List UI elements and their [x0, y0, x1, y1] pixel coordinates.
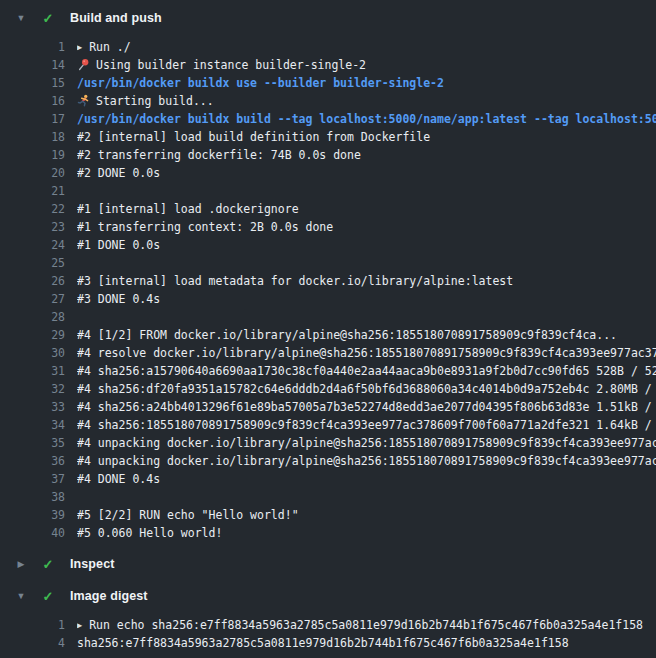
log-text: #4 unpacking docker.io/library/alpine@sh… [77, 434, 656, 452]
log-text: #2 transferring dockerfile: 74B 0.0s don… [77, 146, 656, 164]
log-line: 14Using builder instance builder-single-… [0, 56, 656, 74]
log-text: #4 DONE 0.4s [77, 470, 656, 488]
log-text: #4 sha256:a15790640a6690aa1730c38cf0a440… [77, 362, 656, 380]
line-number[interactable]: 20 [0, 164, 65, 182]
log-command-text: /usr/bin/docker buildx use --builder bui… [77, 74, 656, 92]
line-number[interactable]: 25 [0, 254, 65, 272]
log-text: #1 DONE 0.0s [77, 236, 656, 254]
line-number[interactable]: 16 [0, 92, 65, 110]
chevron-right-icon[interactable]: ▶ [14, 559, 28, 569]
log-text-content: #1 transferring context: 2B 0.0s done [77, 220, 333, 234]
log-text: ▶Run ./ [77, 38, 656, 56]
log-line: 28 [0, 308, 656, 326]
log-text: #4 sha256:a24bb4013296f61e89ba57005a7b3e… [77, 398, 656, 416]
line-number[interactable]: 32 [0, 380, 65, 398]
line-number[interactable]: 17 [0, 110, 65, 128]
log-line: 20#2 DONE 0.0s [0, 164, 656, 182]
log-line: 39#5 [2/2] RUN echo "Hello world!" [0, 506, 656, 524]
group-expand-icon[interactable]: ▶ [77, 616, 82, 634]
line-number[interactable]: 30 [0, 344, 65, 362]
log-text-content: #4 unpacking docker.io/library/alpine@sh… [77, 436, 656, 450]
log-text: #3 DONE 0.4s [77, 290, 656, 308]
log-line: 40#5 0.060 Hello world! [0, 524, 656, 542]
log-text-content: #4 sha256:a15790640a6690aa1730c38cf0a440… [77, 364, 656, 378]
step-header-inspect[interactable]: ▶✓Inspect [0, 554, 656, 574]
step-title: Build and push [70, 11, 162, 25]
line-number[interactable]: 33 [0, 398, 65, 416]
log-text: #4 sha256:df20fa9351a15782c64e6dddb2d4a6… [77, 380, 656, 398]
line-number[interactable]: 35 [0, 434, 65, 452]
log-line: 19#2 transferring dockerfile: 74B 0.0s d… [0, 146, 656, 164]
step-header-image-digest[interactable]: ▼✓Image digest [0, 586, 656, 606]
line-number[interactable]: 19 [0, 146, 65, 164]
log-text-content: Using builder instance builder-single-2 [96, 58, 366, 72]
line-number[interactable]: 39 [0, 506, 65, 524]
line-number[interactable]: 1 [0, 616, 65, 634]
line-number[interactable]: 1 [0, 38, 65, 56]
log-text-content: #4 resolve docker.io/library/alpine@sha2… [77, 346, 656, 360]
log-line: 36#4 unpacking docker.io/library/alpine@… [0, 452, 656, 470]
log-text: #1 [internal] load .dockerignore [77, 200, 656, 218]
line-number[interactable]: 18 [0, 128, 65, 146]
log-line: 29#4 [1/2] FROM docker.io/library/alpine… [0, 326, 656, 344]
log-line: 37#4 DONE 0.4s [0, 470, 656, 488]
check-success-icon: ✓ [40, 11, 56, 26]
log-text: Starting build... [77, 92, 656, 110]
log-line: 32#4 sha256:df20fa9351a15782c64e6dddb2d4… [0, 380, 656, 398]
log-text-content: /usr/bin/docker buildx use --builder bui… [77, 76, 444, 90]
log-text-content: #5 0.060 Hello world! [77, 526, 222, 540]
log-line: 35#4 unpacking docker.io/library/alpine@… [0, 434, 656, 452]
log-text [77, 308, 656, 326]
log-text: #4 [1/2] FROM docker.io/library/alpine@s… [77, 326, 656, 344]
log-text: #2 DONE 0.0s [77, 164, 656, 182]
line-number[interactable]: 15 [0, 74, 65, 92]
line-number[interactable]: 23 [0, 218, 65, 236]
step-section-image-digest: ▼✓Image digest1▶Run echo sha256:e7ff8834… [0, 586, 656, 652]
log-line: 31#4 sha256:a15790640a6690aa1730c38cf0a4… [0, 362, 656, 380]
chevron-down-icon[interactable]: ▼ [14, 591, 28, 601]
log-text-content: #5 [2/2] RUN echo "Hello world!" [77, 508, 299, 522]
log-text: #5 [2/2] RUN echo "Hello world!" [77, 506, 656, 524]
step-header-build-and-push[interactable]: ▼✓Build and push [0, 8, 656, 28]
log-line: 1▶Run ./ [0, 38, 656, 56]
log-text [77, 488, 656, 506]
line-number[interactable]: 22 [0, 200, 65, 218]
log-text-content: /usr/bin/docker buildx build --tag local… [77, 112, 656, 126]
line-number[interactable]: 21 [0, 182, 65, 200]
line-number[interactable]: 14 [0, 56, 65, 74]
log-text-content: #4 DONE 0.4s [77, 472, 160, 486]
log-text-content: #1 [internal] load .dockerignore [77, 202, 299, 216]
log-text-content: sha256:e7ff8834a5963a2785c5a0811e979d16b… [77, 636, 569, 650]
log-line: 23#1 transferring context: 2B 0.0s done [0, 218, 656, 236]
line-number[interactable]: 4 [0, 634, 65, 652]
log-line: 21 [0, 182, 656, 200]
log-text-content: #4 sha256:a24bb4013296f61e89ba57005a7b3e… [77, 400, 656, 414]
log-line: 22#1 [internal] load .dockerignore [0, 200, 656, 218]
log-text: #4 resolve docker.io/library/alpine@sha2… [77, 344, 656, 362]
log-text: #5 0.060 Hello world! [77, 524, 656, 542]
line-number[interactable]: 28 [0, 308, 65, 326]
log-text-content: #4 unpacking docker.io/library/alpine@sh… [77, 454, 656, 468]
line-number[interactable]: 36 [0, 452, 65, 470]
pushpin-icon [77, 58, 90, 71]
line-number[interactable]: 27 [0, 290, 65, 308]
line-number[interactable]: 31 [0, 362, 65, 380]
log-text-content: #4 sha256:185518070891758909c9f839cf4ca3… [77, 418, 656, 432]
log-text-content: #1 DONE 0.0s [77, 238, 160, 252]
line-number[interactable]: 34 [0, 416, 65, 434]
line-number[interactable]: 37 [0, 470, 65, 488]
line-number[interactable]: 24 [0, 236, 65, 254]
log-text-content: Run echo sha256:e7ff8834a5963a2785c5a081… [89, 618, 643, 632]
line-number[interactable]: 29 [0, 326, 65, 344]
group-expand-icon[interactable]: ▶ [77, 38, 82, 56]
line-number[interactable]: 26 [0, 272, 65, 290]
log-text [77, 182, 656, 200]
line-number[interactable]: 40 [0, 524, 65, 542]
line-number[interactable]: 38 [0, 488, 65, 506]
chevron-down-icon[interactable]: ▼ [14, 13, 28, 23]
log-line: 34#4 sha256:185518070891758909c9f839cf4c… [0, 416, 656, 434]
log-text-content: #4 sha256:df20fa9351a15782c64e6dddb2d4a6… [77, 382, 656, 396]
step-log-lines: 1▶Run echo sha256:e7ff8834a5963a2785c5a0… [0, 616, 656, 652]
step-section-build-and-push: ▼✓Build and push1▶Run ./14Using builder … [0, 8, 656, 542]
step-log-lines: 1▶Run ./14Using builder instance builder… [0, 38, 656, 542]
